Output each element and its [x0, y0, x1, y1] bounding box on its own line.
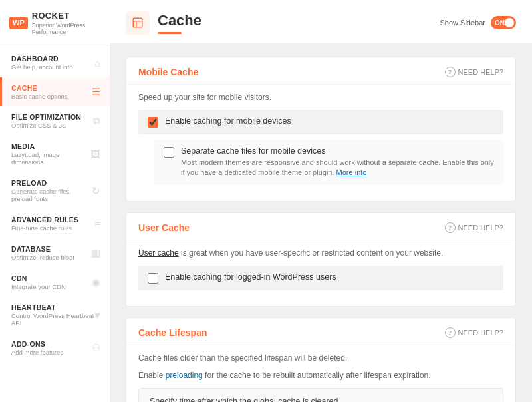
lifespan-box-title: Specify time after which the global cach… — [150, 397, 492, 402]
addons-icon: ⚇ — [92, 342, 100, 354]
need-help-label-3: NEED HELP? — [458, 329, 503, 337]
more-info-link[interactable]: More info — [336, 168, 367, 176]
advanced-rules-icon: ≡ — [94, 218, 100, 230]
page-title: Cache — [158, 12, 201, 29]
user-cache-body: User cache is great when you have user-s… — [126, 240, 515, 306]
sidebar-item-heartbeat[interactable]: HEARTBEAT Control WordPress Heartbeat AP… — [0, 297, 110, 333]
svg-rect-0 — [133, 18, 142, 27]
cache-lifespan-section: Cache Lifespan ? NEED HELP? Cache files … — [126, 317, 516, 402]
need-help-icon-3: ? — [445, 327, 456, 338]
cache-lifespan-desc2: Enable preloading for the cache to be re… — [138, 371, 503, 380]
cache-lifespan-header: Cache Lifespan ? NEED HELP? — [126, 318, 515, 345]
cache-lifespan-body: Cache files older than the specified lif… — [126, 345, 515, 402]
sidebar-item-cdn[interactable]: CDN Integrate your CDN ◉ — [0, 268, 110, 297]
need-help-icon-2: ? — [445, 222, 456, 233]
sidebar-item-preload[interactable]: PRELOAD Generate cache files, preload fo… — [0, 172, 110, 209]
cache-page-icon — [126, 11, 150, 35]
enable-mobile-caching-checkbox[interactable] — [148, 117, 158, 128]
title-area: Cache — [126, 11, 201, 35]
sidebar-nav: DASHBOARD Get help, account info ⌂ CACHE… — [0, 45, 110, 402]
cache-icon: ☰ — [92, 86, 100, 98]
separate-cache-sublabel: Most modern themes are responsive and sh… — [181, 158, 494, 178]
main-header: Cache Show Sidebar ON — [110, 0, 532, 43]
file-optimization-icon: ⧉ — [93, 115, 100, 127]
sidebar-item-database[interactable]: DATABASE Optimize, reduce bloat ▦ — [0, 238, 110, 268]
cache-lifespan-desc1: Cache files older than the specified lif… — [138, 353, 503, 363]
enable-mobile-caching-row: Enable caching for mobile devices — [138, 110, 503, 134]
enable-mobile-caching-label: Enable caching for mobile devices — [165, 116, 291, 126]
cdn-icon: ◉ — [92, 276, 100, 288]
need-help-label: NEED HELP? — [458, 68, 503, 76]
user-cache-title: User Cache — [138, 222, 190, 233]
dashboard-icon: ⌂ — [94, 57, 100, 69]
user-cache-link[interactable]: User cache — [138, 248, 179, 258]
user-cache-header: User Cache ? NEED HELP? — [126, 213, 515, 240]
lifespan-box: Specify time after which the global cach… — [138, 388, 503, 402]
enable-user-caching-row: Enable caching for logged-in WordPress u… — [138, 266, 503, 290]
user-cache-description: User cache is great when you have user-s… — [138, 248, 503, 258]
sidebar-item-cache[interactable]: CACHE Basic cache options ☰ — [0, 77, 110, 106]
separate-cache-checkbox[interactable] — [164, 147, 174, 158]
preload-icon: ↻ — [92, 185, 100, 197]
heartbeat-icon: ♥ — [94, 309, 100, 321]
mobile-cache-need-help[interactable]: ? NEED HELP? — [445, 67, 503, 77]
separate-cache-row: Separate cache files for mobile devices … — [154, 140, 503, 185]
show-sidebar-label: Show Sidebar — [440, 19, 486, 27]
logo-tagline: Superior WordPress Performance — [32, 22, 100, 35]
enable-user-caching-label: Enable caching for logged-in WordPress u… — [165, 272, 336, 282]
logo-name: ROCKET — [32, 11, 100, 21]
need-help-icon: ? — [445, 67, 456, 77]
cache-lifespan-need-help[interactable]: ? NEED HELP? — [445, 327, 503, 338]
mobile-cache-body: Speed up your site for mobile visitors. … — [126, 85, 515, 201]
user-cache-section: User Cache ? NEED HELP? User cache is gr… — [126, 212, 516, 307]
logo-icon: WP — [9, 17, 28, 29]
sidebar-item-dashboard[interactable]: DASHBOARD Get help, account info ⌂ — [0, 48, 110, 77]
sidebar: WP ROCKET Superior WordPress Performance… — [0, 0, 110, 402]
mobile-cache-title: Mobile Cache — [138, 67, 198, 77]
sidebar-item-file-optimization[interactable]: FILE OPTIMIZATION Optimize CSS & JS ⧉ — [0, 106, 110, 136]
sidebar-item-advanced-rules[interactable]: ADVANCED RULES Fine-tune cache rules ≡ — [0, 209, 110, 238]
title-underline — [158, 32, 182, 34]
show-sidebar-toggle[interactable]: ON — [491, 16, 516, 29]
main-sections: Mobile Cache ? NEED HELP? Speed up your … — [110, 43, 532, 402]
toggle-on-label: ON — [495, 19, 505, 27]
user-cache-desc-suffix: is great when you have user-specific or … — [179, 248, 444, 258]
main-content-area: Cache Show Sidebar ON Mobile Cache ? NEE… — [110, 0, 532, 402]
sidebar-item-media[interactable]: MEDIA LazyLoad, image dimensions 🖼 — [0, 136, 110, 172]
media-icon: 🖼 — [90, 148, 100, 160]
preloading-link[interactable]: preloading — [166, 371, 203, 380]
database-icon: ▦ — [91, 247, 100, 259]
separate-cache-label: Separate cache files for mobile devices — [181, 146, 494, 156]
need-help-label-2: NEED HELP? — [458, 224, 503, 232]
mobile-cache-section: Mobile Cache ? NEED HELP? Speed up your … — [126, 57, 516, 202]
enable-user-caching-checkbox[interactable] — [148, 273, 158, 284]
mobile-cache-description: Speed up your site for mobile visitors. — [138, 93, 503, 102]
user-cache-need-help[interactable]: ? NEED HELP? — [445, 222, 503, 233]
mobile-cache-header: Mobile Cache ? NEED HELP? — [126, 57, 515, 85]
sidebar-logo: WP ROCKET Superior WordPress Performance — [0, 0, 110, 45]
cache-lifespan-title: Cache Lifespan — [138, 327, 207, 338]
sidebar-item-addons[interactable]: ADD-ONS Add more features ⚇ — [0, 333, 110, 363]
show-sidebar-control: Show Sidebar ON — [440, 16, 517, 29]
